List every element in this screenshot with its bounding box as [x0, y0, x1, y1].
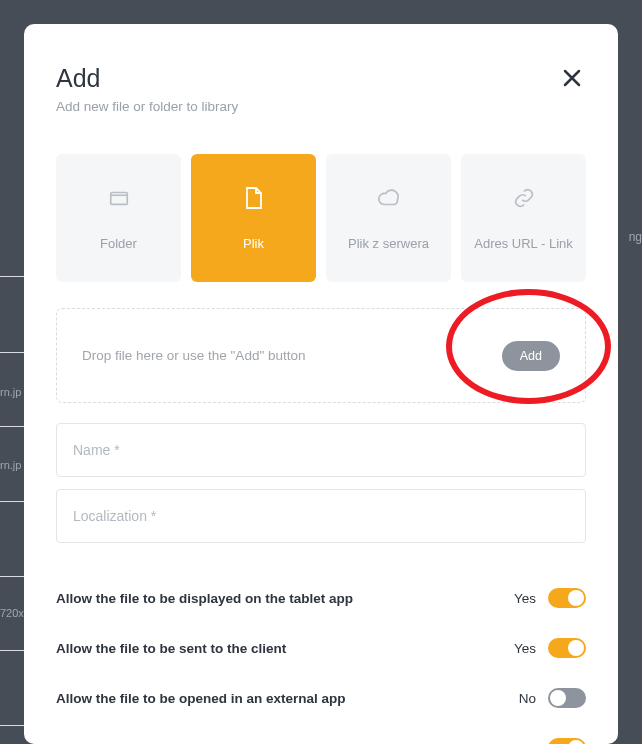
localization-field[interactable] — [56, 489, 586, 543]
toggle-knob — [568, 740, 584, 744]
cloud-icon — [377, 186, 401, 210]
type-file[interactable]: Plik — [191, 154, 316, 282]
toggle-knob — [550, 690, 566, 706]
toggle-knob — [568, 640, 584, 656]
settings-list: Allow the file to be displayed on the ta… — [56, 573, 586, 744]
setting-row-send_client: Allow the file to be sent to the clientY… — [56, 623, 586, 673]
toggle-send_client[interactable] — [548, 638, 586, 658]
modal-subtitle: Add new file or folder to library — [56, 99, 238, 114]
toggle-knob — [568, 590, 584, 606]
setting-state: Yes — [514, 641, 536, 656]
setting-label: Allow the file to be opened in an extern… — [56, 691, 346, 706]
toggle-encrypt[interactable] — [548, 738, 586, 744]
setting-row-open_external: Allow the file to be opened in an extern… — [56, 673, 586, 723]
setting-state: Yes — [514, 591, 536, 606]
type-url[interactable]: Adres URL - Link — [461, 154, 586, 282]
type-label: Plik — [243, 236, 264, 251]
toggle-open_external[interactable] — [548, 688, 586, 708]
add-modal: Add Add new file or folder to library Fo… — [24, 24, 618, 744]
setting-row-encrypt: Require the file to be encrypted in the … — [56, 723, 586, 744]
bg-text: rn.jp — [0, 386, 21, 398]
link-icon — [512, 186, 536, 210]
setting-label: Require the file to be encrypted in the … — [56, 741, 325, 745]
type-server-file[interactable]: Plik z serwera — [326, 154, 451, 282]
name-field[interactable] — [56, 423, 586, 477]
type-label: Plik z serwera — [348, 236, 429, 251]
close-button[interactable] — [558, 64, 586, 92]
type-selector: Folder Plik Plik z serwera Adres URL - L… — [56, 154, 586, 282]
add-file-button[interactable]: Add — [502, 341, 560, 371]
bg-text: rn.jp — [0, 459, 21, 471]
setting-label: Allow the file to be sent to the client — [56, 641, 286, 656]
file-dropzone[interactable]: Drop file here or use the "Add" button A… — [56, 308, 586, 403]
setting-state: Yes — [514, 741, 536, 745]
setting-state: No — [519, 691, 536, 706]
setting-label: Allow the file to be displayed on the ta… — [56, 591, 353, 606]
dropzone-text: Drop file here or use the "Add" button — [82, 348, 305, 363]
setting-row-display_tablet: Allow the file to be displayed on the ta… — [56, 573, 586, 623]
type-folder[interactable]: Folder — [56, 154, 181, 282]
type-label: Folder — [100, 236, 137, 251]
bg-text: ng — [629, 230, 642, 244]
file-icon — [242, 186, 266, 210]
svg-rect-0 — [110, 192, 127, 204]
close-icon — [562, 68, 582, 88]
folder-icon — [107, 186, 131, 210]
toggle-display_tablet[interactable] — [548, 588, 586, 608]
type-label: Adres URL - Link — [474, 236, 573, 251]
modal-title: Add — [56, 64, 238, 93]
